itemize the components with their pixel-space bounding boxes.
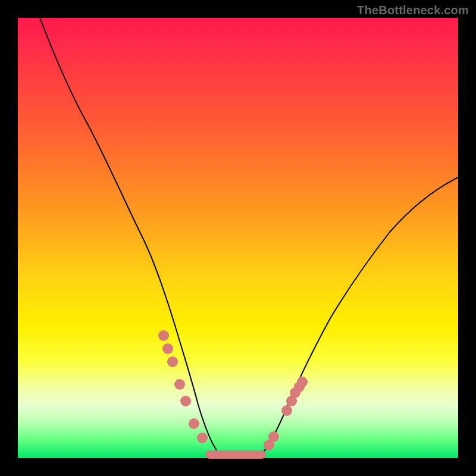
- chart-frame: TheBottleneck.com: [0, 0, 476, 476]
- marker-dot: [297, 377, 308, 387]
- marker-dot: [281, 405, 292, 416]
- marker-dot: [197, 433, 208, 443]
- curve-layer: [18, 18, 458, 458]
- marker-dot: [268, 431, 279, 442]
- marker-dot: [167, 356, 178, 367]
- marker-dot: [162, 343, 173, 354]
- marker-dot: [158, 330, 169, 341]
- bottleneck-curve: [40, 18, 458, 458]
- plot-area: [18, 18, 458, 458]
- marker-dot: [174, 379, 185, 390]
- marker-dot: [189, 418, 199, 429]
- marker-dot: [180, 396, 191, 406]
- watermark-text: TheBottleneck.com: [357, 4, 469, 17]
